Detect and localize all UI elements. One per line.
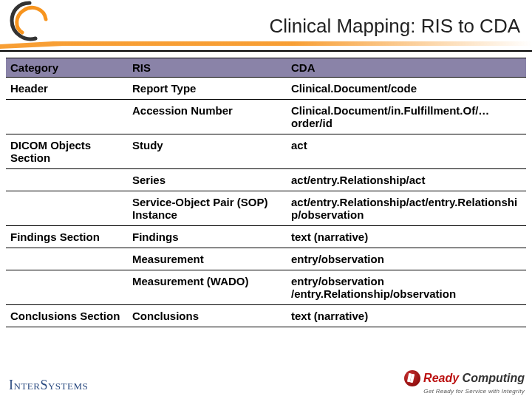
table-row: HeaderReport TypeClinical.Document/code: [6, 78, 526, 100]
cell-ris: Accession Number: [128, 100, 287, 134]
table-row: Measurement (WADO)entry/observation /ent…: [6, 270, 526, 305]
cell-category: Conclusions Section: [6, 305, 128, 327]
table-header-row: Category RIS CDA: [6, 58, 526, 78]
cell-category: [6, 191, 128, 226]
cell-ris: Study: [128, 134, 287, 169]
cell-category: DICOM Objects Section: [6, 134, 128, 169]
header-accent: [0, 41, 532, 49]
cell-category: [6, 169, 128, 191]
cell-cda: Clinical.Document/code: [287, 78, 526, 100]
cell-ris: Series: [128, 169, 287, 191]
col-header-cda: CDA: [287, 58, 526, 78]
table-row: DICOM Objects SectionStudyact: [6, 134, 526, 169]
cell-ris: Measurement (WADO): [128, 270, 287, 305]
cell-ris: Findings: [128, 226, 287, 248]
cell-ris: Report Type: [128, 78, 287, 100]
cell-cda: act/entry.Relationship/act/entry.Relatio…: [287, 191, 526, 226]
cell-cda: entry/observation /entry.Relationship/ob…: [287, 270, 526, 305]
table-row: Seriesact/entry.Relationship/act: [6, 169, 526, 191]
cell-ris: Measurement: [128, 248, 287, 270]
footer-right-brand: Ready Computing Get Ready for Service wi…: [404, 370, 525, 395]
table-row: Service-Object Pair (SOP) Instanceact/en…: [6, 191, 526, 226]
cell-ris: Service-Object Pair (SOP) Instance: [128, 191, 287, 226]
table-row: Findings SectionFindingstext (narrative): [6, 226, 526, 248]
slide-title: Clinical Mapping: RIS to CDA: [269, 15, 520, 38]
cell-category: [6, 100, 128, 134]
slide-header: Clinical Mapping: RIS to CDA: [0, 0, 532, 52]
swirl-logo-icon: [7, 0, 52, 44]
cell-cda: Clinical.Document/in.Fulfillment.Of/…ord…: [287, 100, 526, 134]
mapping-table: Category RIS CDA HeaderReport TypeClinic…: [6, 58, 526, 327]
table-row: Conclusions SectionConclusionstext (narr…: [6, 305, 526, 327]
slide-footer: InterSystems Ready Computing Get Ready f…: [0, 369, 532, 395]
cell-category: [6, 270, 128, 305]
cell-category: [6, 248, 128, 270]
ready-computing-text: Ready Computing: [423, 372, 525, 385]
cell-category: Header: [6, 78, 128, 100]
ready-computing-mark-icon: [404, 370, 420, 386]
cell-cda: text (narrative): [287, 226, 526, 248]
col-header-category: Category: [6, 58, 128, 78]
table-row: Measuremententry/observation: [6, 248, 526, 270]
col-header-ris: RIS: [128, 58, 287, 78]
cell-category: Findings Section: [6, 226, 128, 248]
cell-cda: text (narrative): [287, 305, 526, 327]
cell-cda: act: [287, 134, 526, 169]
footer-left-brand: InterSystems: [9, 378, 88, 393]
ready-computing-logo: Ready Computing: [404, 370, 525, 386]
cell-ris: Conclusions: [128, 305, 287, 327]
cell-cda: act/entry.Relationship/act: [287, 169, 526, 191]
intersystems-logo-text: InterSystems: [9, 378, 88, 392]
ready-computing-tagline: Get Ready for Service with Integrity: [404, 388, 525, 395]
cell-cda: entry/observation: [287, 248, 526, 270]
table-row: Accession NumberClinical.Document/in.Ful…: [6, 100, 526, 134]
